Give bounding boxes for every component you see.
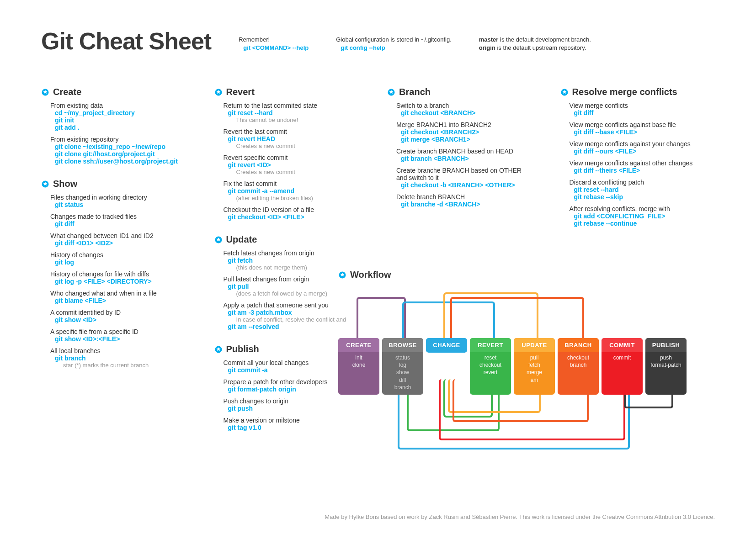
publish-tag: Make a version or milstonegit tag v1.0 bbox=[224, 417, 356, 431]
col-2: Revert Return to the last commited state… bbox=[214, 73, 356, 436]
show-file: A specific file from a specific IDgit sh… bbox=[50, 328, 182, 343]
create-existing-repo: From existing repository git clone ~/exi… bbox=[50, 136, 182, 165]
gear-icon bbox=[214, 236, 223, 244]
global-label: Global configuration is stored in ~/.git… bbox=[336, 36, 452, 43]
gear-icon bbox=[560, 88, 569, 96]
publish-patch: Prepare a patch for other developersgit … bbox=[224, 378, 356, 393]
global-cmd: git config --help bbox=[341, 44, 385, 51]
branch-delete: Delete branch BRANCHgit branche -d <BRAN… bbox=[396, 193, 528, 208]
workflow-diagram: Workflow CREATEinitclone BROWSEstatuslog… bbox=[338, 270, 713, 498]
revert-checkout: Checkout the ID version of a filegit che… bbox=[224, 206, 356, 221]
show-log: History of changesgit log bbox=[50, 251, 182, 266]
update-fetch: Fetch latest changes from origingit fetc… bbox=[224, 249, 356, 271]
update-pull: Pull latest changes from origingit pull(… bbox=[224, 275, 356, 297]
gear-icon bbox=[338, 271, 346, 279]
show-diff-ids: What changed between ID1 and ID2git diff… bbox=[50, 232, 182, 247]
show-log-p: History of changes for file with diffsgi… bbox=[50, 270, 182, 285]
arc-change-branch bbox=[450, 297, 584, 344]
origin-bold: origin bbox=[479, 44, 495, 51]
workflow-heading: Workflow bbox=[338, 270, 391, 280]
wf-box-revert: REVERTresetcheckoutrevert bbox=[470, 338, 511, 395]
resolve-diff: View merge conflictsgit diff bbox=[570, 102, 715, 116]
remember-label: Remember! bbox=[239, 36, 270, 43]
wf-box-browse: BROWSEstatuslogshowdiffbranch bbox=[382, 338, 423, 395]
update-am: Apply a patch that someone sent yougit a… bbox=[224, 301, 356, 330]
create-heading: Create bbox=[41, 87, 182, 97]
wf-box-create: CREATEinitclone bbox=[338, 338, 379, 395]
resolve-ours: View merge conflicts against your change… bbox=[570, 140, 715, 155]
branch-create: Create branch BRANCH based on HEADgit br… bbox=[396, 148, 528, 162]
revert-amend: Fix the last commitgit commit -a --amend… bbox=[224, 180, 356, 201]
revert-heading: Revert bbox=[214, 87, 356, 97]
revert-head: Revert the last commitgit revert HEADCre… bbox=[224, 128, 356, 149]
show-branches: All local branchesgit branchstar (*) mar… bbox=[50, 347, 182, 369]
global-note: Global configuration is stored in ~/.git… bbox=[336, 36, 452, 52]
wf-box-publish: PUBLISHpushformat-patch bbox=[645, 338, 687, 395]
col-1: Create From existing data cd ~/my_projec… bbox=[41, 73, 182, 436]
gear-icon bbox=[214, 345, 223, 354]
show-status: Files changed in working directorygit st… bbox=[50, 194, 182, 208]
gear-icon bbox=[41, 180, 49, 188]
remember-note: Remember! git <COMMAND> --help bbox=[239, 36, 309, 52]
update-heading: Update bbox=[214, 234, 356, 245]
publish-commit: Commit all your local changesgit commit … bbox=[224, 359, 356, 374]
revert-reset: Return to the last commited stategit res… bbox=[224, 102, 356, 123]
remember-cmd: git <COMMAND> --help bbox=[243, 44, 309, 51]
branch-switch: Switch to a branchgit checkout <BRANCH> bbox=[396, 102, 528, 116]
publish-heading: Publish bbox=[214, 344, 356, 354]
gear-icon bbox=[214, 88, 223, 96]
header: Git Cheat Sheet Remember! git <COMMAND> … bbox=[41, 27, 715, 55]
defaults-note: master is the default development branch… bbox=[479, 36, 591, 52]
master-bold: master bbox=[479, 36, 499, 43]
show-commit: A commit identified by IDgit show <ID> bbox=[50, 309, 182, 323]
resolve-discard: Discard a conflicting patchgit reset --h… bbox=[570, 179, 715, 201]
show-blame: Who changed what and when in a filegit b… bbox=[50, 290, 182, 304]
branch-heading: Branch bbox=[387, 87, 528, 97]
create-existing-data: From existing data cd ~/my_project_direc… bbox=[50, 102, 182, 131]
wf-box-update: UPDATEpullfetchmergeam bbox=[514, 338, 555, 395]
master-text: is the default development branch. bbox=[498, 36, 591, 43]
arc-create-browse bbox=[357, 297, 406, 344]
branch-create-switch: Create branche BRANCH based on OTHER and… bbox=[396, 167, 528, 189]
wf-box-change: CHANGE bbox=[426, 338, 467, 353]
gear-icon bbox=[41, 88, 49, 96]
wf-box-branch: BRANCHcheckoutbranch bbox=[558, 338, 599, 395]
resolve-heading: Resolve merge conflicts bbox=[560, 87, 715, 97]
wf-box-commit: COMMITcommit bbox=[602, 338, 643, 395]
footer-attribution: Made by Hylke Bons based on work by Zack… bbox=[325, 513, 715, 520]
gear-icon bbox=[387, 88, 395, 96]
show-diff: Changes made to tracked filesgit diff bbox=[50, 213, 182, 227]
publish-push: Push changes to origingit push bbox=[224, 397, 356, 412]
page-title: Git Cheat Sheet bbox=[41, 27, 239, 55]
resolve-theirs: View merge conflicts against other chang… bbox=[570, 159, 715, 174]
resolve-base: View merge conflicts against base filegi… bbox=[570, 121, 715, 136]
resolve-after: After resolving conflicts, merge withgit… bbox=[570, 205, 715, 227]
show-heading: Show bbox=[41, 179, 182, 189]
branch-merge: Merge BRANCH1 into BRANCH2git checkout <… bbox=[396, 121, 528, 143]
revert-id: Revert specific commitgit revert <ID>Cre… bbox=[224, 154, 356, 175]
origin-text: is the default upstream repository. bbox=[495, 44, 586, 51]
